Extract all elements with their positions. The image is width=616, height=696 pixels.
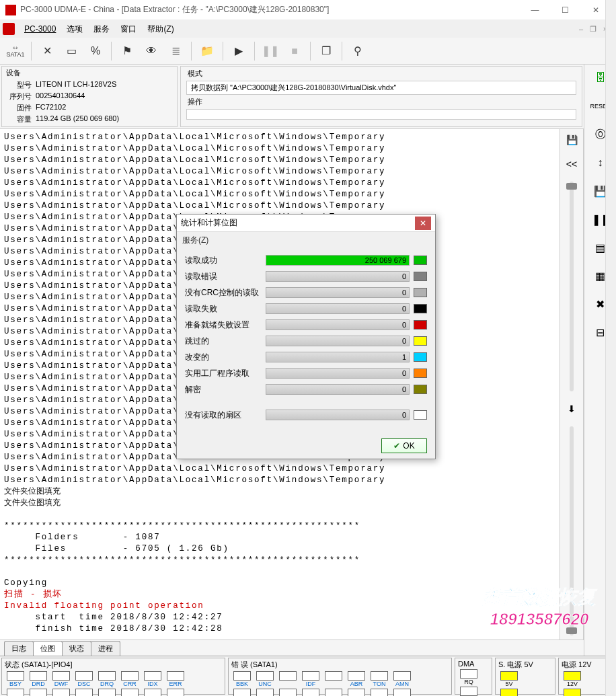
- menu-services[interactable]: 服务: [88, 21, 115, 38]
- stat-label: 读取成功: [185, 255, 266, 266]
- dialog-menu[interactable]: 服务(Z): [177, 232, 435, 249]
- status-err-header: 错 误 (SATA1): [231, 660, 449, 671]
- tool-lines-icon[interactable]: ≣: [164, 40, 187, 63]
- stat-bar: 0: [266, 303, 410, 314]
- tool-chip-icon[interactable]: ▭: [60, 40, 83, 63]
- slider-arrow-icon[interactable]: <<: [565, 157, 578, 171]
- led-bbk: BBK: [231, 689, 253, 696]
- led-unc: UNC: [254, 671, 276, 687]
- led-bsy: BSY: [5, 689, 26, 696]
- dialog-close-button[interactable]: ✕: [415, 217, 431, 230]
- stat-row: 实用工厂程序读取0: [185, 367, 427, 379]
- led-amn: AMN: [391, 689, 413, 696]
- device-serial: 002540130644: [36, 91, 85, 102]
- status-12v-header: 电源 12V: [562, 660, 611, 671]
- tab-bitmap[interactable]: 位图: [33, 641, 63, 656]
- copy-button[interactable]: ❐: [315, 40, 338, 63]
- menu-help[interactable]: 帮助(Z): [142, 21, 179, 38]
- slider-down-icon[interactable]: ⬇: [565, 402, 578, 416]
- stat-label: 跳过的: [185, 336, 266, 347]
- led-: [277, 671, 299, 687]
- stat-color: [414, 304, 427, 313]
- play-button[interactable]: ▶: [227, 40, 250, 63]
- tool-binoc-icon[interactable]: 👁: [140, 40, 163, 63]
- stat-row: 跳过的0: [185, 335, 427, 347]
- stat-label: 没有CRC控制的读取: [185, 287, 266, 299]
- status-dma-header: DMA: [458, 660, 489, 669]
- led-: [323, 689, 344, 696]
- tool-percent-icon[interactable]: %: [84, 40, 107, 63]
- led-drq: DRQ: [96, 689, 118, 696]
- tab-log[interactable]: 日志: [4, 641, 34, 656]
- menu-window[interactable]: 窗口: [115, 21, 142, 38]
- tab-process[interactable]: 进程: [91, 641, 120, 656]
- menu-options[interactable]: 选项: [61, 21, 88, 38]
- bottom-tabs: 日志 位图 状态 进程: [0, 640, 584, 656]
- stat-row: 读取成功250 069 679: [185, 254, 427, 266]
- device-header: 设备: [6, 68, 173, 79]
- stat-label: 读取错误: [185, 271, 266, 282]
- pause-button[interactable]: ❚❚: [259, 40, 282, 63]
- ok-button[interactable]: ✔OK: [381, 438, 427, 453]
- led-ton: TON: [369, 689, 390, 696]
- led-inf: INF: [300, 689, 321, 696]
- stat-color: [414, 256, 427, 265]
- op-value: [186, 109, 576, 120]
- stat-color: [414, 272, 427, 281]
- stat-bar: 1: [266, 352, 410, 362]
- mdi-restore-icon[interactable]: ❐: [588, 24, 599, 34]
- led-abr: ABR: [346, 671, 367, 687]
- led-: [323, 671, 344, 687]
- menubar: PC-3000 选项 服务 窗口 帮助(Z) – ❐ ×: [0, 20, 616, 38]
- window-title: PC-3000 UDMA-E - China - [Data Extractor…: [20, 4, 520, 15]
- tool-folder-icon[interactable]: 📁: [196, 40, 219, 63]
- led-err: ERR: [165, 689, 186, 696]
- tab-status[interactable]: 状态: [62, 641, 91, 656]
- menu-pc3000[interactable]: PC-3000: [19, 22, 61, 36]
- status-sata-header: 状态 (SATA1)-[PIO4]: [5, 660, 222, 671]
- stat-color: [414, 385, 427, 394]
- led-dwf: DWF: [50, 671, 72, 687]
- mode-header: 模式: [185, 68, 578, 79]
- mdi-minimize-icon[interactable]: –: [576, 24, 586, 34]
- maximize-button[interactable]: ☐: [550, 1, 580, 20]
- stat-label: 读取失败: [185, 303, 266, 315]
- stat-row: 解密0: [185, 383, 427, 395]
- led-dwf: DWF: [50, 689, 72, 696]
- stat-label: 解密: [185, 384, 266, 395]
- stat-row: 读取失败0: [185, 303, 427, 315]
- led-ton: TON: [369, 671, 390, 687]
- led-idx: IDX: [142, 671, 163, 687]
- device-model: LITEON IT LCH-128V2S: [36, 80, 116, 90]
- led-drq: DRQ: [96, 671, 118, 687]
- mode-panel: 模式 拷贝数据到 "A:\PC3000\建兴128G-20180830\Virt…: [180, 66, 582, 127]
- stat-color: [414, 320, 427, 330]
- stat-label: 改变的: [185, 352, 266, 363]
- led-dsc: DSC: [73, 689, 95, 696]
- tool-flag-icon[interactable]: ⚑: [116, 40, 139, 63]
- led-err: ERR: [165, 671, 186, 687]
- stop-button[interactable]: ■: [283, 40, 306, 63]
- stat-label: 准备就绪失败设置: [185, 319, 266, 331]
- left-slider[interactable]: 💾 << ⬇: [560, 129, 584, 640]
- stat-color: [414, 336, 427, 346]
- device-panel: 设备 型号LITEON IT LCH-128V2S 序列号00254013064…: [1, 66, 178, 127]
- sata-button[interactable]: ⇿SATA1: [4, 40, 27, 63]
- statusbar: 状态 (SATA1)-[PIO4] BSYDRDDWFDSCDRQCRRIDXE…: [0, 656, 616, 696]
- led-dsc: DSC: [73, 671, 95, 687]
- tool-wrench-icon[interactable]: ⚲: [346, 40, 369, 63]
- status-5v-header: S. 电源 5V: [498, 660, 552, 671]
- stat-bar: 0: [266, 384, 410, 395]
- slider-save-icon[interactable]: 💾: [565, 133, 578, 147]
- stat-color: [414, 352, 427, 362]
- device-fw: FC72102: [36, 103, 66, 113]
- titlebar: PC-3000 UDMA-E - China - [Data Extractor…: [0, 0, 616, 20]
- stat-bar: 0: [266, 336, 410, 346]
- tool-settings-icon[interactable]: ✕: [36, 40, 59, 63]
- stat-row: 读取错误0: [185, 270, 427, 282]
- led-crr: CRR: [119, 671, 141, 687]
- mode-value: 拷贝数据到 "A:\PC3000\建兴128G-20180830\Virtual…: [186, 81, 576, 95]
- minimize-button[interactable]: —: [520, 1, 550, 20]
- app-icon: [5, 5, 16, 15]
- stat-label: 实用工厂程序读取: [185, 368, 266, 379]
